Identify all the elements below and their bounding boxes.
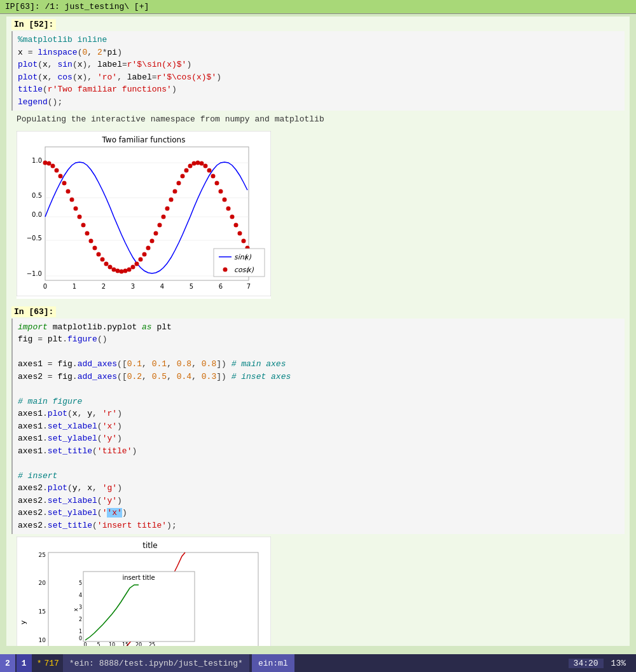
status-position: 34:20 bbox=[569, 659, 604, 668]
inset-y-4: 4 bbox=[79, 593, 82, 598]
inset-x-5: 5 bbox=[97, 642, 100, 646]
plot2-ylabel: y bbox=[19, 620, 27, 624]
plot-1: Two familiar functions 1.0 0.5 0.0 −0.5 … bbox=[17, 131, 271, 299]
cell-52-output: Populating the interactive namespace fro… bbox=[11, 111, 625, 128]
inset-x-25: 25 bbox=[149, 642, 155, 646]
svg-point-45 bbox=[188, 163, 193, 168]
svg-point-36 bbox=[154, 231, 158, 235]
svg-point-44 bbox=[184, 168, 189, 172]
y-label-5: −1.0 bbox=[27, 270, 42, 277]
x-label-6: 6 bbox=[219, 283, 223, 290]
svg-point-14 bbox=[70, 197, 74, 202]
y-tick-20: 20 bbox=[39, 580, 46, 586]
svg-point-17 bbox=[81, 223, 86, 227]
svg-point-54 bbox=[223, 197, 227, 202]
title-text: IP[63]: /1: just_testing\ [+] bbox=[5, 2, 149, 11]
inset-y-0: 0 bbox=[79, 636, 82, 641]
cell-63-label[interactable]: In [63]: bbox=[11, 306, 56, 317]
svg-point-47 bbox=[196, 160, 200, 165]
cell-52-code[interactable]: %matplotlib inline x = linspace(0, 2*pi)… bbox=[11, 31, 625, 111]
legend-sin-x: x) bbox=[244, 253, 252, 261]
svg-point-32 bbox=[139, 257, 143, 261]
svg-point-41 bbox=[173, 189, 177, 193]
cell-63-code[interactable]: import matplotlib.pyplot as plt fig = pl… bbox=[11, 319, 625, 535]
cell-52: In [52]: %matplotlib inline x = linspace… bbox=[6, 17, 630, 304]
inset-y-2: 2 bbox=[79, 617, 82, 622]
svg-point-27 bbox=[120, 269, 124, 273]
status-modified-marker: * 717 bbox=[33, 659, 63, 668]
legend-cos-dot bbox=[223, 267, 228, 271]
plot2-title: title bbox=[142, 541, 157, 550]
y-label-4: −0.5 bbox=[27, 235, 42, 242]
svg-point-51 bbox=[211, 174, 216, 178]
inset-y-1: 1 bbox=[79, 629, 82, 634]
x-label-3: 3 bbox=[131, 283, 135, 290]
svg-point-7 bbox=[43, 160, 48, 165]
svg-point-31 bbox=[135, 261, 139, 266]
inset-x-0: 0 bbox=[83, 642, 86, 646]
svg-point-11 bbox=[59, 174, 63, 178]
svg-point-52 bbox=[215, 181, 219, 185]
y-tick-15: 15 bbox=[39, 608, 46, 615]
plot1-title: Two familiar functions bbox=[102, 135, 186, 144]
svg-point-34 bbox=[146, 245, 151, 250]
title-bar: IP[63]: /1: just_testing\ [+] bbox=[0, 0, 636, 14]
svg-point-22 bbox=[100, 257, 105, 261]
svg-point-35 bbox=[150, 238, 155, 243]
svg-point-15 bbox=[74, 206, 78, 210]
svg-point-23 bbox=[104, 261, 109, 266]
status-cell-2: 2 bbox=[0, 654, 15, 672]
svg-point-29 bbox=[127, 267, 132, 271]
svg-point-20 bbox=[93, 245, 97, 250]
svg-point-25 bbox=[112, 267, 116, 271]
plot-2-svg: title y x 25 20 15 10 5 0 0 1 2 3 4 bbox=[17, 537, 271, 646]
svg-point-12 bbox=[62, 181, 67, 185]
x-label-0: 0 bbox=[43, 283, 47, 290]
svg-point-57 bbox=[234, 223, 238, 227]
svg-point-8 bbox=[47, 161, 52, 165]
inset-y-5: 5 bbox=[79, 580, 82, 586]
svg-point-19 bbox=[89, 238, 93, 243]
status-mode: ein:ml bbox=[252, 654, 294, 672]
inset-x-20: 20 bbox=[135, 642, 142, 646]
cell-63: In [63]: import matplotlib.pyplot as plt… bbox=[6, 304, 630, 647]
svg-point-21 bbox=[97, 252, 101, 256]
svg-point-40 bbox=[169, 197, 174, 202]
svg-point-59 bbox=[242, 238, 246, 243]
x-label-5: 5 bbox=[190, 283, 193, 290]
svg-point-49 bbox=[204, 163, 208, 168]
status-bar: 2 1 * 717 *ein: 8888/test.ipynb/just_tes… bbox=[0, 654, 636, 672]
status-right: 34:20 13% bbox=[569, 659, 636, 668]
svg-point-30 bbox=[131, 264, 135, 269]
svg-point-37 bbox=[158, 223, 162, 227]
inset-x-10: 10 bbox=[109, 642, 115, 646]
status-filename: *ein: 8888/test.ipynb/just_testing* bbox=[63, 654, 249, 672]
legend-cos-x: x) bbox=[247, 266, 254, 274]
svg-point-16 bbox=[78, 214, 82, 219]
svg-point-48 bbox=[200, 161, 204, 165]
svg-point-26 bbox=[116, 268, 120, 273]
svg-point-39 bbox=[165, 206, 170, 210]
svg-point-53 bbox=[219, 189, 223, 193]
svg-point-50 bbox=[207, 168, 212, 172]
x-label-1: 1 bbox=[73, 283, 76, 290]
x-label-4: 4 bbox=[160, 283, 164, 290]
inset-title: insert title bbox=[122, 574, 155, 581]
y-label-2: 0.5 bbox=[32, 192, 42, 199]
y-label-3: 0.0 bbox=[32, 211, 42, 218]
plot-1-svg: Two familiar functions 1.0 0.5 0.0 −0.5 … bbox=[17, 131, 271, 296]
svg-point-43 bbox=[181, 174, 185, 178]
svg-point-28 bbox=[123, 268, 128, 273]
svg-point-38 bbox=[162, 214, 166, 219]
y-tick-25: 25 bbox=[39, 552, 46, 558]
y-tick-10: 10 bbox=[39, 637, 46, 643]
svg-point-18 bbox=[85, 231, 90, 235]
svg-point-46 bbox=[192, 161, 197, 165]
cell-52-label[interactable]: In [52]: bbox=[11, 19, 56, 30]
inset-y-3: 3 bbox=[79, 605, 82, 610]
svg-point-58 bbox=[238, 231, 242, 235]
x-label-7: 7 bbox=[247, 283, 251, 290]
notebook: In [52]: %matplotlib inline x = linspace… bbox=[6, 17, 630, 646]
svg-point-56 bbox=[230, 214, 235, 219]
svg-rect-64 bbox=[83, 572, 195, 641]
